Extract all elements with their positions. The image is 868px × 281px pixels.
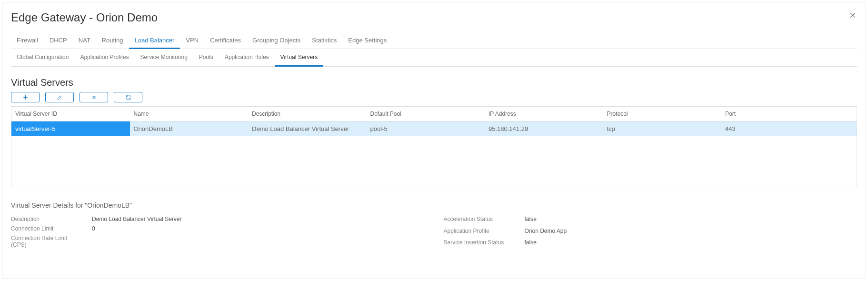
detail-label-connection-limit: Connection Limit — [11, 225, 82, 232]
subtab-virtual-servers[interactable]: Virtual Servers — [275, 49, 323, 67]
plus-icon — [22, 94, 29, 100]
detail-value-application-profile: Orion Demo App — [525, 228, 858, 237]
details-right-column: Acceleration Status false Application Pr… — [444, 216, 858, 248]
detail-value-service-insertion-status: false — [525, 239, 858, 248]
cell-id: virtualServer-5 — [11, 121, 130, 137]
detail-label-connection-rate-limit: Connection Rate Limit (CPS) — [11, 235, 82, 248]
edit-button[interactable] — [45, 92, 74, 102]
cell-ip-address: 95.180.141.29 — [485, 121, 603, 137]
tab-nat[interactable]: NAT — [73, 33, 96, 49]
table-header-row: Virtual Server ID Name Description Defau… — [11, 107, 857, 121]
tab-vpn[interactable]: VPN — [180, 33, 204, 49]
detail-value-acceleration-status: false — [525, 216, 858, 225]
detail-label-service-insertion-status: Service Insertion Status — [444, 239, 515, 248]
refresh-icon — [125, 94, 131, 100]
tab-edge-settings[interactable]: Edge Settings — [342, 33, 392, 49]
section-title: Virtual Servers — [11, 77, 857, 88]
page-title: Edge Gateway - Orion Demo — [11, 11, 857, 24]
col-header-protocol[interactable]: Protocol — [603, 107, 722, 121]
details-left-column: Description Demo Load Balancer Virtual S… — [11, 216, 425, 248]
detail-label-application-profile: Application Profile — [444, 228, 515, 237]
subtab-pools[interactable]: Pools — [193, 49, 219, 67]
details-title: Virtual Server Details for "OrionDemoLB" — [11, 201, 857, 209]
subtab-application-rules[interactable]: Application Rules — [219, 49, 275, 67]
add-button[interactable] — [11, 92, 40, 102]
cell-name: OrionDemoLB — [130, 121, 249, 137]
secondary-tab-bar: Global Configuration Application Profile… — [11, 49, 857, 67]
close-icon — [848, 11, 857, 20]
tab-dhcp[interactable]: DHCP — [44, 33, 73, 49]
virtual-servers-table: Virtual Server ID Name Description Defau… — [11, 107, 857, 136]
delete-icon — [91, 94, 97, 100]
col-header-id[interactable]: Virtual Server ID — [11, 107, 130, 121]
tab-certificates[interactable]: Certificates — [204, 33, 247, 49]
primary-tab-bar: Firewall DHCP NAT Routing Load Balancer … — [11, 33, 857, 49]
tab-statistics[interactable]: Statistics — [306, 33, 342, 49]
col-header-description[interactable]: Description — [248, 107, 367, 121]
col-header-ip-address[interactable]: IP Address — [485, 107, 603, 121]
cell-port: 443 — [721, 121, 857, 137]
refresh-button[interactable] — [114, 92, 142, 102]
detail-value-description: Demo Load Balancer Virtual Server — [92, 216, 425, 222]
table-row[interactable]: virtualServer-5 OrionDemoLB Demo Load Ba… — [11, 121, 857, 137]
col-header-name[interactable]: Name — [130, 107, 249, 121]
detail-value-connection-rate-limit — [92, 235, 425, 248]
col-header-default-pool[interactable]: Default Pool — [367, 107, 485, 121]
tab-routing[interactable]: Routing — [96, 33, 129, 49]
subtab-service-monitoring[interactable]: Service Monitoring — [134, 49, 193, 67]
edge-gateway-modal: Edge Gateway - Orion Demo Firewall DHCP … — [2, 2, 866, 279]
subtab-application-profiles[interactable]: Application Profiles — [74, 49, 134, 67]
cell-default-pool: pool-5 — [367, 121, 485, 137]
tab-firewall[interactable]: Firewall — [11, 33, 44, 49]
detail-label-description: Description — [11, 216, 82, 222]
delete-button[interactable] — [80, 92, 108, 102]
close-button[interactable] — [848, 11, 857, 21]
subtab-global-configuration[interactable]: Global Configuration — [11, 49, 74, 67]
virtual-servers-table-container: Virtual Server ID Name Description Defau… — [11, 106, 857, 187]
tab-load-balancer[interactable]: Load Balancer — [129, 33, 180, 49]
toolbar — [11, 92, 857, 102]
tab-grouping-objects[interactable]: Grouping Objects — [247, 33, 306, 49]
col-header-port[interactable]: Port — [721, 107, 857, 121]
detail-label-acceleration-status: Acceleration Status — [444, 216, 515, 225]
detail-value-connection-limit: 0 — [92, 225, 425, 232]
cell-protocol: tcp — [603, 121, 722, 137]
edit-icon — [57, 94, 63, 100]
details-panel: Description Demo Load Balancer Virtual S… — [11, 216, 857, 248]
cell-description: Demo Load Balancer Virtual Server — [248, 121, 367, 137]
